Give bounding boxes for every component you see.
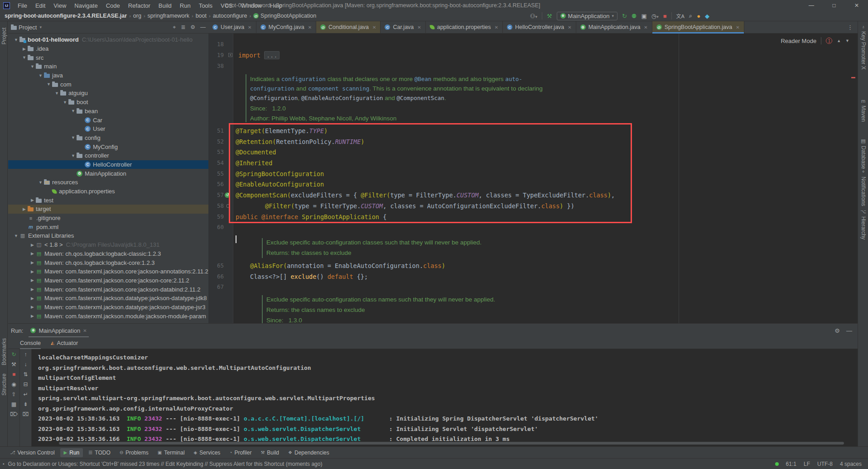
tree-chevron-icon[interactable]: ▶ xyxy=(21,207,28,211)
editor-body[interactable]: Reader Mode 1 ▲ ▼ 1819+import ...38Indic… xyxy=(208,34,858,323)
tree-item-java[interactable]: ▼java xyxy=(8,71,208,80)
tree-item-maven-com-fasterxml-jackson-module-jacks[interactable]: ▶▤Maven: com.fasterxml.jackson.module:ja… xyxy=(8,311,208,321)
tab-overflow-icon[interactable]: ⋮ xyxy=(843,21,858,33)
reader-mode-label[interactable]: Reader Mode xyxy=(781,38,816,44)
tab-close-icon[interactable]: ✕ xyxy=(372,25,376,30)
run-view-tab-console[interactable]: Console xyxy=(20,337,41,349)
tree-chevron-icon[interactable]: ▶ xyxy=(29,278,36,282)
collapse-all-icon[interactable]: ≣ xyxy=(181,24,185,30)
tool-button-terminal[interactable]: ▣Terminal xyxy=(154,448,188,457)
run-tool-icon[interactable]: ⇟ xyxy=(23,402,28,407)
tab-close-icon[interactable]: ✕ xyxy=(568,25,571,30)
tool-button-run[interactable]: ▶Run xyxy=(60,448,83,457)
breadcrumb-item[interactable]: SpringBootApplication xyxy=(260,13,316,19)
breadcrumb-item[interactable]: spring-boot-autoconfigure-2.3.4.RELEASE.… xyxy=(5,13,127,19)
run-view-tab-actuator[interactable]: ◭Actuator xyxy=(51,337,78,349)
tree-item-maven-com-fasterxml-jackson-core-jackson[interactable]: ▶▤Maven: com.fasterxml.jackson.core:jack… xyxy=(8,267,208,276)
tab-close-icon[interactable]: ✕ xyxy=(248,25,251,30)
tool-button-version-control[interactable]: ⎇Version Control xyxy=(6,448,58,457)
tree-chevron-icon[interactable]: ▶ xyxy=(29,314,36,318)
tree-chevron-icon[interactable]: ▶ xyxy=(29,260,36,265)
translate-icon[interactable]: 文A xyxy=(676,12,685,19)
tab-hellocontroller-java[interactable]: CHelloController.java✕ xyxy=(503,21,576,33)
tree-chevron-icon[interactable]: ▼ xyxy=(21,55,28,60)
debug-button[interactable]: ⚉ xyxy=(632,13,637,19)
locate-file-icon[interactable]: ⌖ xyxy=(173,24,176,30)
tree-item-target[interactable]: ▶target xyxy=(8,205,208,214)
fold-marker-icon[interactable]: + xyxy=(228,53,232,57)
tab-application-properties[interactable]: application.properties✕ xyxy=(426,21,503,33)
tree-chevron-icon[interactable]: ▶ xyxy=(29,269,36,274)
status-message[interactable]: Go to Declaration or Usages: Shortcut 'C… xyxy=(8,461,323,467)
run-tool-icon[interactable]: ⚒ xyxy=(11,362,16,368)
tree-chevron-icon[interactable]: ▼ xyxy=(53,91,60,96)
tree-chevron-icon[interactable]: ▼ xyxy=(70,153,77,158)
close-button[interactable]: ✕ xyxy=(845,0,868,11)
hide-panel-icon[interactable]: — xyxy=(846,327,852,334)
run-tool-icon[interactable]: ⌧ xyxy=(23,412,29,417)
tool-button-hierarchy[interactable]: ⌥Hierarchy xyxy=(858,209,868,239)
menu-code[interactable]: Code xyxy=(102,1,124,10)
run-tool-icon[interactable]: ⇅ xyxy=(23,372,28,378)
tree-chevron-icon[interactable]: ▼ xyxy=(70,109,77,113)
tab-myconfig-java[interactable]: CMyConfig.java✕ xyxy=(256,21,317,33)
stop-button[interactable]: ■ xyxy=(663,13,667,19)
close-icon[interactable]: ✕ xyxy=(83,328,87,333)
run-tool-icon[interactable]: ◉ xyxy=(11,382,16,388)
breadcrumb-item[interactable]: springframework xyxy=(148,13,189,19)
tree-item-controller[interactable]: ▼controller xyxy=(8,151,208,160)
tree-item--idea[interactable]: ▶.idea xyxy=(8,44,208,53)
tree-chevron-icon[interactable]: ▼ xyxy=(13,38,19,42)
run-tool-icon[interactable]: ⌦ xyxy=(10,412,18,417)
tool-button-dependencies[interactable]: ❖Dependencies xyxy=(285,448,333,457)
tool-button-database[interactable]: ▤Database xyxy=(858,138,868,169)
tree-item-maven-com-fasterxml-jackson-datatype-jac[interactable]: ▶▤Maven: com.fasterxml.jackson.datatype:… xyxy=(8,303,208,312)
run-tool-icon[interactable]: ■ xyxy=(12,372,15,378)
tree-item-test[interactable]: ▶test xyxy=(8,196,208,205)
search-everywhere-icon[interactable]: ⌕ xyxy=(689,12,692,19)
profile-icon[interactable]: ⚇▾ xyxy=(530,13,537,19)
tab-mainapplication-java[interactable]: ⚙MainApplication.java✕ xyxy=(576,21,652,33)
tree-chevron-icon[interactable]: ▶ xyxy=(29,198,36,202)
tree-item-maven-com-fasterxml-jackson-core-jackson[interactable]: ▶▤Maven: com.fasterxml.jackson.core:jack… xyxy=(8,276,208,285)
tree-chevron-icon[interactable]: ▶ xyxy=(29,287,36,292)
run-tool-icon[interactable]: ▦ xyxy=(11,402,16,407)
run-tool-icon[interactable]: ⇧ xyxy=(11,392,16,397)
coverage-button[interactable]: ▣ xyxy=(641,13,646,19)
tree-item-com[interactable]: ▼com xyxy=(8,80,208,89)
settings-gear-icon[interactable]: ⚙ xyxy=(190,24,195,30)
run-tab-mainapplication[interactable]: ⚙ MainApplication ✕ xyxy=(29,324,88,337)
tree-item-config[interactable]: ▼config xyxy=(8,134,208,143)
tool-button-structure[interactable]: Structure xyxy=(1,373,7,396)
chevron-down-icon[interactable]: ▾ xyxy=(39,25,42,29)
build-hammer-icon[interactable]: ⚒ xyxy=(547,13,552,19)
hide-panel-icon[interactable]: — xyxy=(200,24,206,30)
tree-item-atguigu[interactable]: ▼atguigu xyxy=(8,89,208,98)
tree-item-maven-ch-qos-logback-logback-classic-1-2[interactable]: ▶▤Maven: ch.qos.logback:logback-classic:… xyxy=(8,249,208,258)
tree-item-bean[interactable]: ▼bean xyxy=(8,107,208,116)
indent-style[interactable]: 4 spaces xyxy=(840,461,862,467)
tree-item-user[interactable]: CUser xyxy=(8,124,208,134)
tree-chevron-icon[interactable]: ▶ xyxy=(29,243,36,247)
tool-button-notifications[interactable]: ⚬Notifications xyxy=(858,169,868,206)
menu-file[interactable]: File xyxy=(14,1,31,10)
tool-button-problems[interactable]: ⊖Problems xyxy=(116,448,152,457)
tool-button-todo[interactable]: ☰TODO xyxy=(85,448,114,457)
maximize-button[interactable]: □ xyxy=(823,0,845,11)
menu-build[interactable]: Build xyxy=(155,1,175,10)
tree-item-resources[interactable]: ▼resources xyxy=(8,178,208,187)
tree-item-main[interactable]: ▼main xyxy=(8,62,208,71)
run-tool-icon[interactable]: ⊟ xyxy=(23,382,28,388)
tree-item-hellocontroller[interactable]: CHelloController xyxy=(8,160,208,169)
tree-chevron-icon[interactable]: ▼ xyxy=(62,100,68,105)
tree-chevron-icon[interactable]: ▶ xyxy=(21,47,28,51)
tree-chevron-icon[interactable]: ▼ xyxy=(70,135,77,140)
tree-chevron-icon[interactable]: ▼ xyxy=(45,82,52,86)
file-encoding[interactable]: UTF-8 xyxy=(817,461,833,467)
tree-item-application-properties[interactable]: application.properties xyxy=(8,187,208,196)
tree-item--1-8-[interactable]: ▶◫< 1.8 >C:\Program Files\Java\jdk1.8.0_… xyxy=(8,240,208,249)
tool-button-project[interactable]: Project xyxy=(1,28,7,44)
tree-item-boot-01-helloword[interactable]: ▼boot-01-hellowordC:\Users\Jason\IdeaPro… xyxy=(8,35,208,44)
tab-user-java[interactable]: CUser.java✕ xyxy=(208,21,256,33)
tab-close-icon[interactable]: ✕ xyxy=(417,25,421,30)
